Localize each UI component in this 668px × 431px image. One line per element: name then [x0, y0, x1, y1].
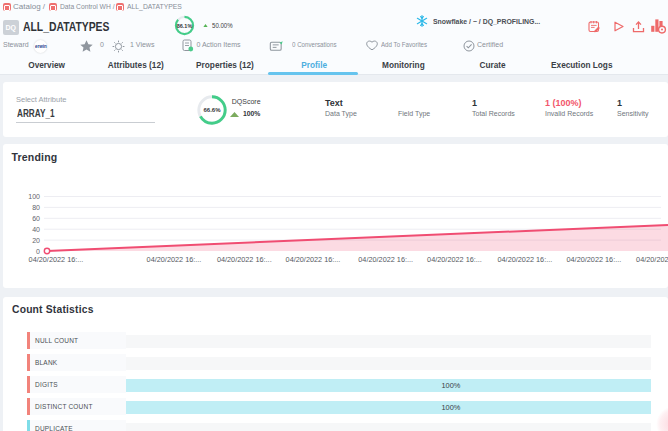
svg-text:86.1%: 86.1% [177, 22, 193, 28]
svg-text:0: 0 [36, 247, 40, 254]
svg-text:04/20/2022 16:...: 04/20/2022 16:... [217, 254, 272, 263]
svg-text:04/20/2022 16:...: 04/20/2022 16:... [427, 254, 482, 263]
svg-text:04/20/2022 16:...: 04/20/2022 16:... [147, 254, 202, 263]
svg-text:04/20/2022 16:...: 04/20/2022 16:... [498, 254, 553, 263]
svg-text:04/20/2022 16:...: 04/20/2022 16:... [567, 254, 622, 263]
svg-text:04/20/2022 16:...: 04/20/2022 16:... [358, 254, 413, 263]
svg-text:80: 80 [32, 203, 40, 210]
svg-text:100: 100 [28, 193, 40, 200]
svg-text:66.6%: 66.6% [203, 107, 221, 113]
svg-text:04/20/2022 16:...: 04/20/2022 16:... [29, 254, 84, 263]
svg-text:40: 40 [32, 225, 40, 232]
svg-text:04/20/2022 16:...: 04/20/2022 16:... [286, 254, 341, 263]
svg-text:60: 60 [32, 214, 40, 221]
svg-text:20: 20 [32, 236, 40, 243]
svg-text:04/20/2022 16:...: 04/20/2022 16:... [636, 254, 668, 263]
